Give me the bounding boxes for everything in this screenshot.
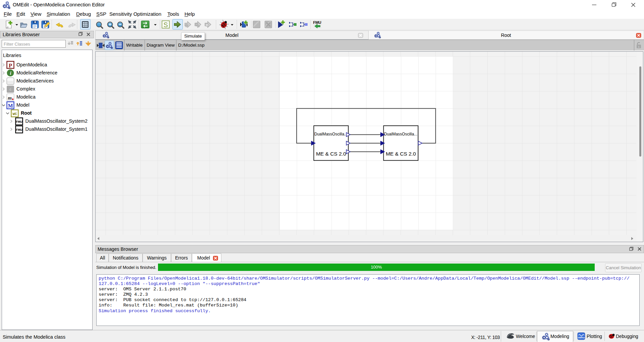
- svg-text:DualMassOscillator_System1: DualMassOscillator_System1: [25, 126, 88, 132]
- svg-text:OMPlot: OMPlot: [578, 337, 585, 339]
- svg-text:Debugging: Debugging: [616, 334, 638, 339]
- svg-text:ModelicaServices: ModelicaServices: [16, 78, 54, 83]
- svg-text:ME & CS 2.0: ME & CS 2.0: [386, 151, 416, 157]
- svg-text:DualMassOscilla...: DualMassOscilla...: [314, 132, 347, 136]
- svg-text:FMU: FMU: [16, 120, 22, 123]
- svg-text:Welcome: Welcome: [516, 334, 535, 339]
- svg-text:Modelica: Modelica: [16, 94, 36, 100]
- svg-text:1: 1: [638, 45, 640, 48]
- svg-text:FMU: FMU: [16, 128, 22, 131]
- svg-text:ME & CS 2.0: ME & CS 2.0: [316, 151, 346, 157]
- svg-text:M: M: [8, 103, 13, 109]
- svg-text:Libraries: Libraries: [3, 53, 21, 58]
- svg-text:S: S: [163, 21, 168, 28]
- svg-text:Plotting: Plotting: [587, 334, 602, 339]
- svg-text:m: m: [8, 95, 12, 101]
- svg-text:DualMassOscillator_System2: DualMassOscillator_System2: [25, 118, 88, 124]
- svg-text:Modeling: Modeling: [550, 334, 569, 339]
- svg-text:Root: Root: [21, 110, 32, 116]
- svg-text:WC: WC: [12, 112, 17, 116]
- svg-text:Model: Model: [225, 33, 238, 38]
- svg-text:DualMassOscilla...: DualMassOscilla...: [384, 132, 417, 136]
- svg-text:c: c: [10, 88, 11, 91]
- svg-text:OpenModelica: OpenModelica: [16, 62, 47, 67]
- svg-text:FMU: FMU: [313, 20, 321, 24]
- svg-text:Complex: Complex: [16, 86, 35, 92]
- svg-text:ModelicaReference: ModelicaReference: [16, 70, 57, 75]
- svg-text:Model: Model: [16, 102, 30, 108]
- svg-text:Root: Root: [501, 33, 511, 38]
- svg-text:P: P: [9, 62, 12, 69]
